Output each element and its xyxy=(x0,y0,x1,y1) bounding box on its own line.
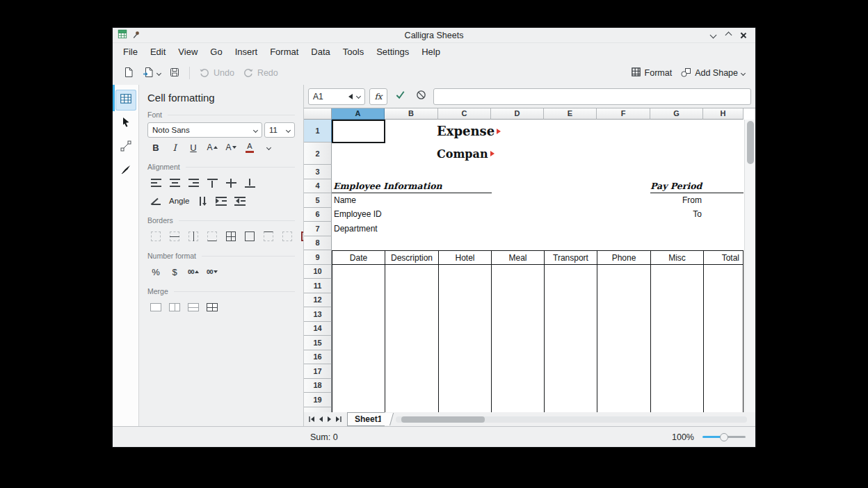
menu-settings[interactable]: Settings xyxy=(370,43,415,61)
cell-from-label[interactable]: From xyxy=(650,193,702,207)
cell-department-label[interactable]: Department xyxy=(334,222,378,236)
table-header-phone[interactable]: Phone xyxy=(597,250,651,265)
row-header-19[interactable]: 19 xyxy=(304,393,332,407)
column-header-a[interactable]: A xyxy=(332,108,385,120)
cell-to-label[interactable]: To xyxy=(650,207,702,221)
cell-tool-button[interactable] xyxy=(115,90,136,111)
underline-button[interactable]: U xyxy=(185,139,202,156)
horizontal-scrollbar-thumb[interactable] xyxy=(401,416,485,423)
percent-format-button[interactable]: % xyxy=(147,263,164,280)
row-header-3[interactable]: 3 xyxy=(304,165,332,179)
save-button[interactable] xyxy=(166,64,184,82)
decrease-precision-button[interactable]: 00 xyxy=(204,263,220,280)
cancel-button[interactable] xyxy=(412,88,429,105)
border-vertical-button[interactable] xyxy=(185,228,202,245)
column-header-f[interactable]: F xyxy=(597,108,650,120)
border-bottom-button[interactable] xyxy=(204,228,220,245)
border-top-button[interactable] xyxy=(260,228,277,245)
column-header-e[interactable]: E xyxy=(544,108,597,120)
table-header-date[interactable]: Date xyxy=(332,250,385,265)
row-header-14[interactable]: 14 xyxy=(304,322,332,336)
zoom-slider[interactable] xyxy=(702,432,746,441)
row-header-2[interactable]: 2 xyxy=(304,143,332,165)
add-shape-button[interactable]: Add Shape xyxy=(677,64,748,82)
border-outline-button[interactable] xyxy=(241,228,258,245)
row-header-5[interactable]: 5 xyxy=(304,193,332,208)
font-family-select[interactable]: Noto Sans xyxy=(147,122,262,138)
align-left-button[interactable] xyxy=(147,174,164,191)
border-remove-button[interactable] xyxy=(279,228,296,245)
row-header-15[interactable]: 15 xyxy=(304,336,332,350)
horizontal-scrollbar[interactable] xyxy=(396,416,747,423)
row-header-12[interactable]: 12 xyxy=(304,293,332,308)
currency-format-button[interactable]: $ xyxy=(166,263,183,280)
next-sheet-button[interactable] xyxy=(325,414,334,425)
column-header-d[interactable]: D xyxy=(491,108,544,120)
connector-tool-button[interactable] xyxy=(115,137,136,158)
menu-go[interactable]: Go xyxy=(204,43,228,61)
menu-format[interactable]: Format xyxy=(264,43,305,61)
row-header-13[interactable]: 13 xyxy=(304,307,332,322)
cell-pay-period[interactable]: Pay Period xyxy=(650,179,702,193)
menu-file[interactable]: File xyxy=(117,43,144,61)
merge-vertically-button[interactable] xyxy=(185,299,202,316)
merge-horizontally-button[interactable] xyxy=(166,299,183,316)
cell-reference-box[interactable]: A1 xyxy=(308,88,365,105)
column-header-c[interactable]: C xyxy=(438,108,491,120)
increase-precision-button[interactable]: 00 xyxy=(185,263,202,280)
minimize-button[interactable] xyxy=(707,30,719,41)
font-size-select[interactable]: 11 xyxy=(264,122,295,138)
menu-view[interactable]: View xyxy=(172,43,204,61)
table-header-transport[interactable]: Transport xyxy=(544,250,597,265)
row-header-20[interactable] xyxy=(304,407,332,413)
cell-expense-title[interactable]: Expense xyxy=(437,120,501,143)
dissociate-cells-button[interactable] xyxy=(204,299,220,316)
border-horizontal-button[interactable] xyxy=(166,228,183,245)
cells-layer[interactable]: Expense Compan Employee Information Pay … xyxy=(332,120,744,412)
align-right-button[interactable] xyxy=(185,174,202,191)
row-header-17[interactable]: 17 xyxy=(304,364,332,379)
row-header-6[interactable]: 6 xyxy=(304,208,332,222)
cell-company-name[interactable]: Compan xyxy=(437,143,495,165)
border-all-button[interactable] xyxy=(223,228,239,245)
bold-button[interactable]: B xyxy=(147,139,164,156)
table-header-hotel[interactable]: Hotel xyxy=(438,250,492,265)
cell-employee-id-label[interactable]: Employee ID xyxy=(334,207,382,221)
align-middle-button[interactable] xyxy=(223,174,239,191)
row-header-10[interactable]: 10 xyxy=(304,265,332,279)
grow-font-button[interactable]: A xyxy=(204,139,220,156)
merge-cells-button[interactable] xyxy=(147,299,164,316)
align-bottom-button[interactable] xyxy=(241,174,258,191)
row-header-1[interactable]: 1 xyxy=(304,120,332,143)
column-header-h[interactable]: H xyxy=(703,108,744,120)
open-document-button[interactable] xyxy=(139,64,164,82)
format-button[interactable]: Format xyxy=(627,64,676,82)
close-button[interactable] xyxy=(737,30,750,41)
row-header-9[interactable]: 9 xyxy=(304,250,332,265)
select-all-corner[interactable] xyxy=(304,108,332,120)
table-header-meal[interactable]: Meal xyxy=(491,250,545,265)
row-header-16[interactable]: 16 xyxy=(304,350,332,365)
rotate-angle-button[interactable] xyxy=(147,193,164,209)
decrease-indent-button[interactable] xyxy=(232,193,248,209)
text-color-button[interactable]: A xyxy=(241,139,258,156)
increase-indent-button[interactable] xyxy=(213,193,230,209)
cell-employee-information[interactable]: Employee Information xyxy=(333,179,442,193)
calligraphy-tool-button[interactable] xyxy=(115,161,136,181)
formula-input[interactable] xyxy=(433,88,751,105)
first-sheet-button[interactable] xyxy=(307,414,316,425)
cell-name-label[interactable]: Name xyxy=(334,193,356,207)
table-header-description[interactable]: Description xyxy=(385,250,439,265)
menu-data[interactable]: Data xyxy=(305,43,336,61)
border-none-button[interactable] xyxy=(147,228,164,245)
new-document-button[interactable] xyxy=(120,64,138,82)
row-header-18[interactable]: 18 xyxy=(304,379,332,393)
row-header-4[interactable]: 4 xyxy=(304,179,332,194)
font-more-button[interactable] xyxy=(260,139,277,156)
row-header-7[interactable]: 7 xyxy=(304,222,332,236)
apply-button[interactable] xyxy=(392,88,408,105)
shape-selection-tool-button[interactable] xyxy=(115,113,136,134)
zoom-slider-handle[interactable] xyxy=(720,433,728,441)
table-header-total[interactable]: Total xyxy=(703,250,744,265)
menu-insert[interactable]: Insert xyxy=(229,43,264,61)
